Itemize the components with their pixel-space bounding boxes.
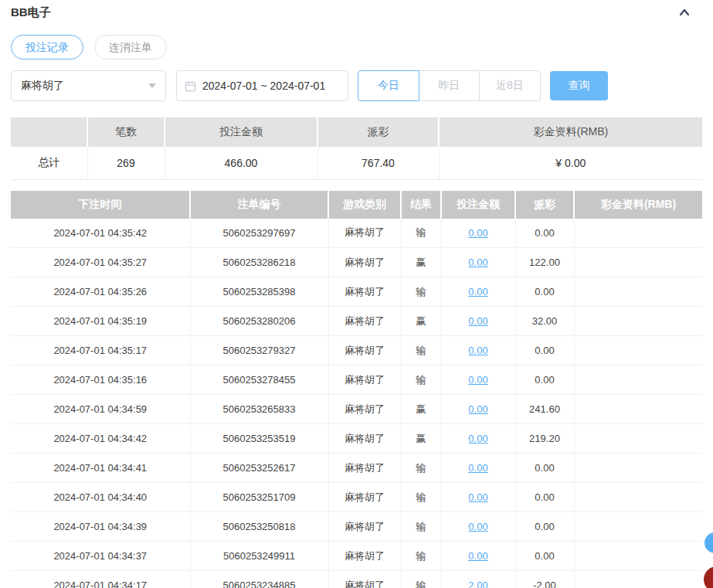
cell-time: 2024-07-01 04:35:42 [11,219,190,248]
cell-bet: 0.00 [441,248,515,277]
game-select-value: 麻将胡了 [21,79,64,93]
bet-amount-link[interactable]: 0.00 [468,374,487,386]
cell-order-id: 5060253253519 [190,424,328,454]
bet-amount-link[interactable]: 0.00 [468,315,487,327]
bet-amount-link[interactable]: 0.00 [468,462,487,474]
cell-bet: 0.00 [441,219,515,248]
cell-result: 赢 [401,307,441,336]
cell-payout: 0.00 [515,336,574,365]
collapse-section-button[interactable] [677,5,691,19]
bet-amount-link[interactable]: 0.00 [468,521,487,532]
bet-amount-link[interactable]: 0.00 [468,227,487,239]
table-row: 2024-07-01 04:35:19 5060253280206 麻将胡了 赢… [11,307,702,336]
summary-total-count: 269 [87,147,165,179]
tab-cancelled-orders[interactable]: 连消注单 [94,35,167,59]
cell-payout: 32.00 [515,307,574,336]
summary-header-bet-amount: 投注金额 [165,117,317,147]
cell-result: 赢 [401,395,441,424]
game-select[interactable]: 麻将胡了 [11,70,166,101]
cell-order-id: 5060253251709 [190,483,328,512]
range-today-button[interactable]: 今日 [358,70,419,101]
cell-bonus [574,483,702,512]
search-button[interactable]: 查询 [550,71,608,100]
table-row: 2024-07-01 04:34:17 5060253234885 麻将胡了 输… [11,571,702,588]
cell-bet: 0.00 [441,542,515,571]
records-header-row: 下注时间 注单编号 游戏类别 结果 投注金额 派彩 彩金资料(RMB) [11,191,702,219]
cell-order-id: 5060253265833 [190,395,328,424]
cell-result: 输 [401,512,441,542]
summary-total-payout: 767.40 [317,147,439,179]
cell-bonus [574,336,702,365]
cell-payout: 219.20 [515,424,574,454]
cell-result: 输 [401,571,441,588]
bet-amount-link[interactable]: 0.00 [468,286,487,297]
cell-time: 2024-07-01 04:34:17 [11,571,190,588]
table-row: 2024-07-01 04:35:42 5060253297697 麻将胡了 输… [11,219,702,248]
cell-result: 输 [401,542,441,571]
cell-bonus [574,219,702,248]
cell-time: 2024-07-01 04:35:16 [11,365,190,395]
cell-game: 麻将胡了 [328,571,401,588]
cell-bet: 0.00 [441,277,515,307]
cell-time: 2024-07-01 04:34:39 [11,512,190,542]
cell-bonus [574,512,702,542]
cell-bet: 0.00 [441,512,515,542]
cell-game: 麻将胡了 [328,365,401,395]
cell-payout: 0.00 [515,512,574,542]
page-title: BB电子 [11,5,51,20]
table-row: 2024-07-01 04:35:17 5060253279327 麻将胡了 输… [11,336,702,365]
cell-game: 麻将胡了 [328,219,401,248]
cell-payout: 241.60 [515,395,574,424]
bet-amount-link[interactable]: 0.00 [468,257,487,268]
table-row: 2024-07-01 04:35:26 5060253285398 麻将胡了 输… [11,277,702,307]
records-header-result: 结果 [401,191,441,219]
bet-amount-link[interactable]: 0.00 [468,433,487,444]
summary-total-bonus: ¥ 0.00 [439,147,702,179]
cell-bonus [574,542,702,571]
records-header-bet: 投注金额 [441,191,515,219]
cell-bet: 0.00 [441,395,515,424]
cell-game: 麻将胡了 [328,512,401,542]
cell-payout: 0.00 [515,454,574,483]
cell-payout: 0.00 [515,483,574,512]
cell-order-id: 5060253280206 [190,307,328,336]
cell-game: 麻将胡了 [328,336,401,365]
cell-game: 麻将胡了 [328,277,401,307]
cell-bet: 0.00 [441,336,515,365]
records-tbody: 2024-07-01 04:35:42 5060253297697 麻将胡了 输… [11,219,702,588]
bet-amount-link[interactable]: 0.00 [468,345,487,356]
bet-amount-link[interactable]: 0.00 [468,491,487,503]
cell-time: 2024-07-01 04:34:42 [11,424,190,454]
cell-payout: 0.00 [515,365,574,395]
bet-amount-link[interactable]: 0.00 [468,550,487,562]
cell-order-id: 5060253249911 [190,542,328,571]
cell-bet: 2.00 [441,571,515,588]
record-type-tabs: 投注记录 连消注单 [11,35,702,59]
bet-amount-link[interactable]: 0.00 [468,403,487,415]
cell-bet: 0.00 [441,307,515,336]
summary-header-row: 笔数 投注金额 派彩 彩金资料(RMB) [11,117,702,147]
cell-bonus [574,248,702,277]
records-header-payout: 派彩 [515,191,574,219]
cell-bet: 0.00 [441,454,515,483]
cell-time: 2024-07-01 04:35:26 [11,277,190,307]
cell-time: 2024-07-01 04:34:59 [11,395,190,424]
tab-bet-records[interactable]: 投注记录 [11,35,83,59]
bet-amount-link[interactable]: 2.00 [468,580,487,588]
table-row: 2024-07-01 04:34:59 5060253265833 麻将胡了 赢… [11,395,702,424]
cell-payout: 0.00 [515,277,574,307]
cell-payout: 122.00 [515,248,574,277]
cell-order-id: 5060253278455 [190,365,328,395]
cell-time: 2024-07-01 04:34:37 [11,542,190,571]
cell-time: 2024-07-01 04:34:40 [11,483,190,512]
range-yesterday-button[interactable]: 昨日 [419,70,480,101]
summary-header-blank [11,117,87,147]
cell-game: 麻将胡了 [328,542,401,571]
summary-total-row: 总计 269 466.00 767.40 ¥ 0.00 [11,147,702,179]
cell-payout: -2.00 [515,571,574,588]
table-row: 2024-07-01 04:34:40 5060253251709 麻将胡了 输… [11,483,702,512]
range-last8days-button[interactable]: 近8日 [480,70,541,101]
cell-game: 麻将胡了 [328,307,401,336]
cell-order-id: 5060253250818 [190,512,328,542]
date-range-picker[interactable]: 2024-07-01 ~ 2024-07-01 [176,70,348,101]
